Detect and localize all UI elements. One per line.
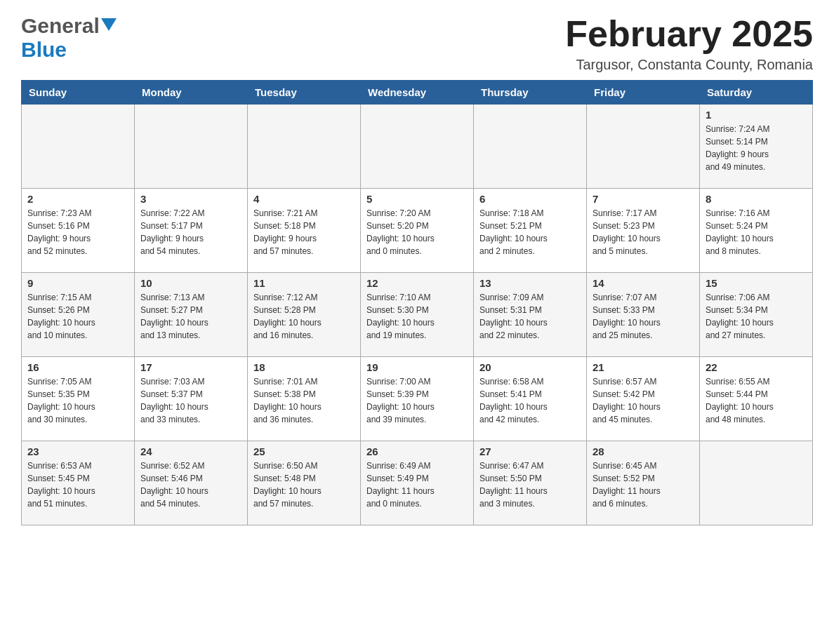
day-info: Sunrise: 7:12 AMSunset: 5:28 PMDaylight:… — [253, 293, 322, 340]
day-number: 9 — [27, 277, 128, 289]
day-info: Sunrise: 6:55 AMSunset: 5:44 PMDaylight:… — [706, 377, 774, 424]
calendar-cell — [474, 105, 587, 189]
day-info: Sunrise: 7:09 AMSunset: 5:31 PMDaylight:… — [479, 293, 548, 340]
day-number: 20 — [479, 361, 581, 373]
day-number: 1 — [706, 109, 807, 121]
day-number: 3 — [140, 193, 241, 205]
day-info: Sunrise: 7:06 AMSunset: 5:34 PMDaylight:… — [706, 293, 774, 340]
day-info: Sunrise: 6:57 AMSunset: 5:42 PMDaylight:… — [593, 377, 661, 424]
day-number: 25 — [253, 445, 355, 457]
calendar-cell: 2Sunrise: 7:23 AMSunset: 5:16 PMDaylight… — [22, 189, 135, 273]
weekday-header-sunday: Sunday — [22, 81, 135, 105]
calendar-cell — [135, 105, 248, 189]
day-number: 13 — [479, 277, 581, 289]
day-number: 19 — [366, 361, 468, 373]
day-info: Sunrise: 7:22 AMSunset: 5:17 PMDaylight:… — [140, 208, 204, 256]
calendar-cell: 7Sunrise: 7:17 AMSunset: 5:23 PMDaylight… — [587, 189, 700, 273]
weekday-header-wednesday: Wednesday — [361, 81, 474, 105]
calendar-cell: 9Sunrise: 7:15 AMSunset: 5:26 PMDaylight… — [22, 273, 135, 357]
day-info: Sunrise: 7:13 AMSunset: 5:27 PMDaylight:… — [140, 293, 208, 340]
calendar-cell: 1Sunrise: 7:24 AMSunset: 5:14 PMDaylight… — [700, 105, 813, 189]
day-number: 17 — [140, 361, 241, 373]
day-info: Sunrise: 7:10 AMSunset: 5:30 PMDaylight:… — [366, 293, 435, 340]
calendar-table: SundayMondayTuesdayWednesdayThursdayFrid… — [21, 80, 813, 525]
day-number: 18 — [253, 361, 355, 373]
calendar-cell: 17Sunrise: 7:03 AMSunset: 5:37 PMDayligh… — [135, 357, 248, 441]
title-block: February 2025 Targusor, Constanta County… — [565, 14, 813, 73]
day-number: 2 — [27, 193, 128, 205]
calendar-cell — [22, 105, 135, 189]
day-number: 8 — [706, 193, 807, 205]
day-info: Sunrise: 6:47 AMSunset: 5:50 PMDaylight:… — [479, 461, 548, 509]
day-number: 28 — [593, 445, 694, 457]
day-info: Sunrise: 7:20 AMSunset: 5:20 PMDaylight:… — [366, 208, 435, 256]
calendar-cell: 14Sunrise: 7:07 AMSunset: 5:33 PMDayligh… — [587, 273, 700, 357]
location-text: Targusor, Constanta County, Romania — [565, 57, 813, 73]
calendar-cell: 22Sunrise: 6:55 AMSunset: 5:44 PMDayligh… — [700, 357, 813, 441]
logo-general-text: General — [21, 14, 100, 38]
week-row-5: 23Sunrise: 6:53 AMSunset: 5:45 PMDayligh… — [22, 441, 813, 525]
day-number: 15 — [706, 277, 807, 289]
calendar-cell: 26Sunrise: 6:49 AMSunset: 5:49 PMDayligh… — [361, 441, 474, 525]
weekday-header-tuesday: Tuesday — [248, 81, 361, 105]
calendar-cell: 18Sunrise: 7:01 AMSunset: 5:38 PMDayligh… — [248, 357, 361, 441]
day-info: Sunrise: 7:21 AMSunset: 5:18 PMDaylight:… — [253, 208, 317, 256]
calendar-cell: 25Sunrise: 6:50 AMSunset: 5:48 PMDayligh… — [248, 441, 361, 525]
calendar-cell: 8Sunrise: 7:16 AMSunset: 5:24 PMDaylight… — [700, 189, 813, 273]
day-info: Sunrise: 7:16 AMSunset: 5:24 PMDaylight:… — [706, 208, 774, 256]
calendar-cell: 24Sunrise: 6:52 AMSunset: 5:46 PMDayligh… — [135, 441, 248, 525]
calendar-cell: 21Sunrise: 6:57 AMSunset: 5:42 PMDayligh… — [587, 357, 700, 441]
day-number: 27 — [479, 445, 581, 457]
weekday-header-monday: Monday — [135, 81, 248, 105]
day-info: Sunrise: 6:53 AMSunset: 5:45 PMDaylight:… — [27, 461, 95, 509]
day-number: 12 — [366, 277, 468, 289]
day-number: 22 — [706, 361, 807, 373]
page-header: General Blue February 2025 Targusor, Con… — [21, 14, 813, 73]
calendar-cell — [587, 105, 700, 189]
calendar-cell: 15Sunrise: 7:06 AMSunset: 5:34 PMDayligh… — [700, 273, 813, 357]
day-info: Sunrise: 7:07 AMSunset: 5:33 PMDaylight:… — [593, 293, 661, 340]
svg-marker-0 — [101, 18, 117, 31]
day-info: Sunrise: 6:49 AMSunset: 5:49 PMDaylight:… — [366, 461, 435, 509]
day-number: 24 — [140, 445, 241, 457]
weekday-header-thursday: Thursday — [474, 81, 587, 105]
day-info: Sunrise: 6:52 AMSunset: 5:46 PMDaylight:… — [140, 461, 208, 509]
calendar-cell: 20Sunrise: 6:58 AMSunset: 5:41 PMDayligh… — [474, 357, 587, 441]
calendar-cell: 5Sunrise: 7:20 AMSunset: 5:20 PMDaylight… — [361, 189, 474, 273]
month-year-title: February 2025 — [565, 14, 813, 54]
calendar-cell: 13Sunrise: 7:09 AMSunset: 5:31 PMDayligh… — [474, 273, 587, 357]
calendar-cell: 3Sunrise: 7:22 AMSunset: 5:17 PMDaylight… — [135, 189, 248, 273]
calendar-cell — [700, 441, 813, 525]
day-info: Sunrise: 7:05 AMSunset: 5:35 PMDaylight:… — [27, 377, 95, 424]
logo-blue-text: Blue — [21, 38, 67, 61]
day-info: Sunrise: 7:00 AMSunset: 5:39 PMDaylight:… — [366, 377, 435, 424]
week-row-2: 2Sunrise: 7:23 AMSunset: 5:16 PMDaylight… — [22, 189, 813, 273]
calendar-cell: 27Sunrise: 6:47 AMSunset: 5:50 PMDayligh… — [474, 441, 587, 525]
calendar-cell: 11Sunrise: 7:12 AMSunset: 5:28 PMDayligh… — [248, 273, 361, 357]
day-number: 21 — [593, 361, 694, 373]
day-info: Sunrise: 7:24 AMSunset: 5:14 PMDaylight:… — [706, 124, 769, 172]
calendar-cell: 28Sunrise: 6:45 AMSunset: 5:52 PMDayligh… — [587, 441, 700, 525]
calendar-cell: 19Sunrise: 7:00 AMSunset: 5:39 PMDayligh… — [361, 357, 474, 441]
week-row-4: 16Sunrise: 7:05 AMSunset: 5:35 PMDayligh… — [22, 357, 813, 441]
day-info: Sunrise: 7:03 AMSunset: 5:37 PMDaylight:… — [140, 377, 208, 424]
logo: General Blue — [21, 14, 117, 62]
day-info: Sunrise: 6:50 AMSunset: 5:48 PMDaylight:… — [253, 461, 322, 509]
day-number: 5 — [366, 193, 468, 205]
day-number: 7 — [593, 193, 694, 205]
calendar-cell: 23Sunrise: 6:53 AMSunset: 5:45 PMDayligh… — [22, 441, 135, 525]
calendar-cell — [361, 105, 474, 189]
day-info: Sunrise: 7:18 AMSunset: 5:21 PMDaylight:… — [479, 208, 548, 256]
day-number: 4 — [253, 193, 355, 205]
day-info: Sunrise: 6:45 AMSunset: 5:52 PMDaylight:… — [593, 461, 661, 509]
day-number: 11 — [253, 277, 355, 289]
weekday-header-saturday: Saturday — [700, 81, 813, 105]
week-row-3: 9Sunrise: 7:15 AMSunset: 5:26 PMDaylight… — [22, 273, 813, 357]
day-number: 26 — [366, 445, 468, 457]
calendar-cell — [248, 105, 361, 189]
day-info: Sunrise: 7:01 AMSunset: 5:38 PMDaylight:… — [253, 377, 322, 424]
day-info: Sunrise: 7:15 AMSunset: 5:26 PMDaylight:… — [27, 293, 95, 340]
day-info: Sunrise: 7:17 AMSunset: 5:23 PMDaylight:… — [593, 208, 661, 256]
day-info: Sunrise: 7:23 AMSunset: 5:16 PMDaylight:… — [27, 208, 91, 256]
weekday-header-row: SundayMondayTuesdayWednesdayThursdayFrid… — [22, 81, 813, 105]
